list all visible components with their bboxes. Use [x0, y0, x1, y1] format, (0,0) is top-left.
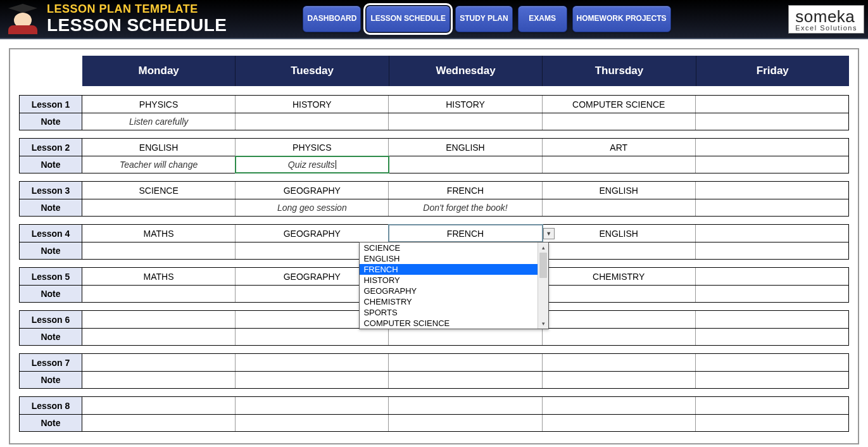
note-cell[interactable]	[236, 113, 389, 130]
lesson-label: Lesson 1	[20, 96, 82, 113]
text-cursor	[336, 160, 336, 169]
subject-cell[interactable]	[389, 354, 542, 371]
note-cell[interactable]: Don't forget the book!	[389, 199, 542, 216]
nav-exams-button[interactable]: EXAMS	[518, 6, 567, 32]
note-cell[interactable]	[82, 415, 236, 431]
dropdown-option[interactable]: FRENCH	[360, 264, 538, 275]
note-cell[interactable]: Listen carefully	[82, 113, 236, 130]
note-cell[interactable]	[696, 113, 848, 130]
subject-cell[interactable]	[696, 268, 848, 285]
subject-cell[interactable]	[543, 397, 696, 414]
subject-cell[interactable]: ENGLISH	[543, 182, 696, 199]
subject-cell[interactable]: ENGLISH	[389, 139, 542, 156]
note-cell[interactable]	[696, 242, 848, 259]
subject-cell[interactable]	[696, 311, 848, 328]
note-cell[interactable]	[543, 113, 696, 130]
note-cell[interactable]: Long geo session	[236, 199, 389, 216]
day-header: Wednesday	[389, 56, 543, 86]
subject-cell[interactable]: HISTORY	[236, 96, 389, 113]
note-cell[interactable]	[543, 372, 696, 388]
brand-badge: someka Excel Solutions	[788, 5, 864, 34]
subject-cell[interactable]: HISTORY	[389, 96, 542, 113]
note-cell[interactable]	[82, 372, 236, 388]
note-cell[interactable]: Quiz results	[236, 156, 389, 173]
note-cell[interactable]	[696, 372, 848, 388]
note-label: Note	[20, 286, 82, 302]
dropdown-option[interactable]: SPORTS	[360, 307, 538, 318]
subject-cell[interactable]	[82, 311, 236, 328]
note-cell[interactable]	[389, 156, 542, 173]
subject-cell[interactable]	[543, 311, 696, 328]
nav-homework-projects-button[interactable]: HOMEWORK PROJECTS	[572, 6, 671, 32]
note-cell[interactable]	[236, 415, 389, 431]
note-cell[interactable]	[696, 415, 848, 431]
note-cell[interactable]	[696, 329, 848, 345]
day-header-row: MondayTuesdayWednesdayThursdayFriday	[19, 56, 849, 86]
subject-cell[interactable]: ENGLISH	[82, 139, 236, 156]
note-cell[interactable]	[543, 415, 696, 431]
note-cell[interactable]	[82, 199, 236, 216]
subject-cell[interactable]	[696, 139, 848, 156]
subject-cell[interactable]: PHYSICS	[236, 139, 389, 156]
subject-cell[interactable]	[696, 96, 848, 113]
dropdown-scrollbar[interactable]: ▴▾	[538, 242, 548, 329]
subject-cell[interactable]: PHYSICS	[82, 96, 236, 113]
note-cell[interactable]	[696, 156, 848, 173]
subject-cell[interactable]: SCIENCE	[82, 182, 236, 199]
subject-cell[interactable]: GEOGRAPHY	[236, 225, 389, 242]
note-cell[interactable]	[696, 286, 848, 302]
note-cell[interactable]	[543, 242, 696, 259]
note-cell[interactable]: Teacher will change	[82, 156, 236, 173]
subject-cell[interactable]	[696, 354, 848, 371]
subject-cell[interactable]	[389, 397, 542, 414]
subject-cell[interactable]: FRENCH	[389, 182, 542, 199]
subject-cell[interactable]: MATHS	[82, 225, 236, 242]
note-cell[interactable]	[543, 286, 696, 302]
note-cell[interactable]	[543, 199, 696, 216]
dropdown-option[interactable]: GEOGRAPHY	[360, 286, 538, 296]
subject-cell[interactable]: COMPUTER SCIENCE	[543, 96, 696, 113]
note-cell[interactable]	[543, 329, 696, 345]
logo-area: LESSON PLAN TEMPLATE LESSON SCHEDULE	[5, 3, 227, 35]
subject-cell[interactable]	[82, 397, 236, 414]
subject-dropdown[interactable]: SCIENCEENGLISHFRENCHHISTORYGEOGRAPHYCHEM…	[359, 242, 549, 329]
dropdown-option[interactable]: HISTORY	[360, 275, 538, 286]
note-cell[interactable]	[389, 329, 542, 345]
note-label: Note	[20, 329, 82, 345]
subject-cell[interactable]	[82, 354, 236, 371]
subject-cell[interactable]: ENGLISH	[543, 225, 696, 242]
dropdown-option[interactable]: COMPUTER SCIENCE	[360, 318, 538, 329]
subject-cell[interactable]	[236, 354, 389, 371]
subject-cell[interactable]: FRENCH▼SCIENCEENGLISHFRENCHHISTORYGEOGRA…	[389, 225, 542, 242]
note-cell[interactable]	[236, 329, 389, 345]
scroll-thumb[interactable]	[539, 253, 547, 278]
note-cell[interactable]	[82, 286, 236, 302]
lesson-label: Lesson 6	[20, 311, 82, 328]
subject-cell[interactable]	[696, 225, 848, 242]
note-cell[interactable]	[389, 415, 542, 431]
subject-cell[interactable]	[236, 397, 389, 414]
note-cell[interactable]	[389, 372, 542, 388]
scroll-down-icon[interactable]: ▾	[538, 318, 548, 329]
subject-cell[interactable]	[543, 354, 696, 371]
note-cell[interactable]	[389, 113, 542, 130]
note-cell[interactable]	[82, 329, 236, 345]
note-cell[interactable]	[543, 156, 696, 173]
scroll-up-icon[interactable]: ▴	[538, 242, 548, 253]
subject-cell[interactable]: CHEMISTRY	[543, 268, 696, 285]
nav-lesson-schedule-button[interactable]: LESSON SCHEDULE	[366, 6, 450, 32]
subject-cell[interactable]	[696, 397, 848, 414]
nav-dashboard-button[interactable]: DASHBOARD	[303, 6, 361, 32]
subject-cell[interactable]: ART	[543, 139, 696, 156]
nav-study-plan-button[interactable]: STUDY PLAN	[455, 6, 512, 32]
subject-cell[interactable]: GEOGRAPHY	[236, 182, 389, 199]
dropdown-option[interactable]: SCIENCE	[360, 242, 538, 253]
lesson-label: Lesson 7	[20, 354, 82, 371]
note-cell[interactable]	[82, 242, 236, 259]
note-cell[interactable]	[236, 372, 389, 388]
subject-cell[interactable]	[696, 182, 848, 199]
subject-cell[interactable]: MATHS	[82, 268, 236, 285]
dropdown-option[interactable]: ENGLISH	[360, 253, 538, 264]
note-cell[interactable]	[696, 199, 848, 216]
dropdown-option[interactable]: CHEMISTRY	[360, 296, 538, 307]
